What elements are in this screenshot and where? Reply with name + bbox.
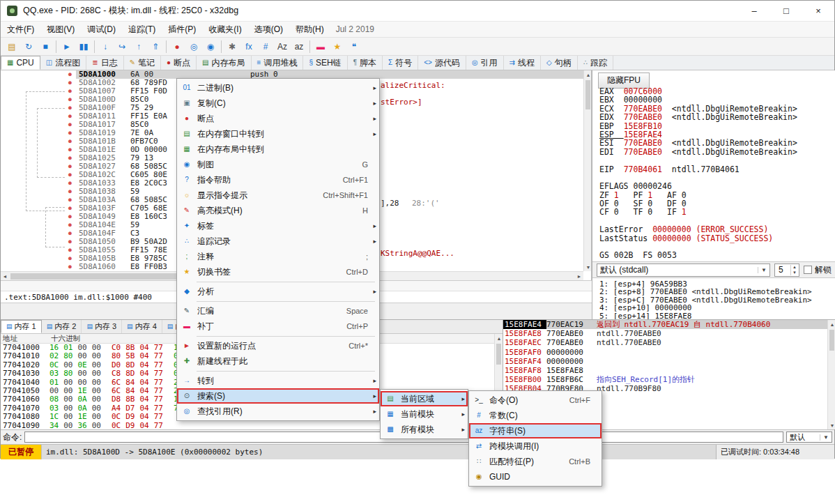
tab-call-stack[interactable]: ≡调用堆栈: [252, 56, 304, 70]
stack-row[interactable]: 15E8FAE4770EAC19返回到 ntdll.770EAC19 自 ntd…: [503, 320, 835, 329]
scroll-up-icon[interactable]: ▲: [495, 334, 503, 342]
trace-into-button[interactable]: ◎: [185, 39, 202, 54]
context-menu-item[interactable]: ★切换书签Ctrl+D: [177, 264, 379, 280]
uppercase-button[interactable]: Az: [274, 39, 291, 54]
patch-button[interactable]: ▬: [312, 39, 329, 54]
context-menu-item[interactable]: ▣复制(C)▸: [177, 96, 379, 111]
region-submenu-item[interactable]: >_命令(O)Ctrl+F: [469, 392, 602, 408]
region-submenu-item[interactable]: ∷匹配特征(P)Ctrl+B: [469, 454, 602, 469]
checkbox-icon[interactable]: [804, 266, 812, 274]
fx-button[interactable]: fx: [240, 39, 257, 54]
stack-row[interactable]: 15E8FAF000000000: [503, 348, 835, 357]
menubar-item[interactable]: 插件(P): [162, 22, 202, 38]
open-file-button[interactable]: ▤: [3, 39, 20, 54]
context-menu-item[interactable]: ▦在内存布局中转到: [177, 142, 379, 157]
context-menu-item[interactable]: ∴追踪记录▸: [177, 234, 379, 249]
menubar-item[interactable]: 视图(V): [40, 22, 81, 38]
dump-tab-memory-2[interactable]: ▤内存 2: [42, 320, 82, 333]
stack-row[interactable]: 15E8FAF815E8FAE8: [503, 366, 835, 375]
menubar-item[interactable]: 收藏夹(I): [202, 22, 247, 38]
tab-threads[interactable]: ⇉线程: [504, 56, 541, 70]
context-menu-item[interactable]: ;注释;: [177, 249, 379, 264]
context-menu-item[interactable]: ✚新建线程于此: [177, 353, 379, 369]
context-menu-item[interactable]: ✎高亮模式(H)H: [177, 203, 379, 218]
tab-memory-map[interactable]: ▤内存布局: [197, 56, 251, 70]
tab-script[interactable]: ¶脚本: [348, 56, 383, 70]
menubar-item[interactable]: 帮助(H): [289, 22, 330, 38]
register-line[interactable]: GS 002B FS 0053: [599, 251, 834, 259]
step-out-button[interactable]: ↑: [130, 39, 147, 54]
tab-breakpoints[interactable]: ●断点: [161, 56, 197, 70]
tab-handles[interactable]: ◇句柄: [541, 56, 578, 70]
context-menu-item[interactable]: ►设置新的运行点Ctrl+*: [177, 338, 379, 353]
context-menu-item[interactable]: ✦标签▸: [177, 218, 379, 234]
breakpoint-button[interactable]: ●: [169, 39, 185, 54]
stepper-arrows-icon[interactable]: ▲▼: [790, 265, 798, 275]
context-menu-item[interactable]: ●断点▸: [177, 111, 379, 126]
context-menu-item[interactable]: ⊙搜索(S)▸: [177, 388, 379, 404]
region-submenu-item[interactable]: #常数(C): [469, 408, 602, 423]
context-menu-item[interactable]: ◎查找引用(R)▸: [177, 404, 379, 419]
minimize-button[interactable]: –: [738, 1, 770, 21]
dump-tab-memory-4[interactable]: ▤内存 4: [122, 320, 162, 333]
argument-count-stepper[interactable]: 5 ▲▼: [774, 264, 799, 277]
tab-graph[interactable]: ◫流程图: [40, 56, 86, 70]
trace-over-button[interactable]: ◉: [202, 39, 219, 54]
tab-trace[interactable]: ∴跟踪: [578, 56, 613, 70]
command-profile-select[interactable]: 默认 ▼: [786, 432, 832, 443]
maximize-button[interactable]: □: [770, 1, 802, 21]
search-submenu-item[interactable]: ▤当前区域▸: [381, 391, 468, 406]
context-menu-item[interactable]: ?指令帮助Ctrl+F1: [177, 172, 379, 188]
stop-button[interactable]: ■: [37, 39, 54, 54]
register-line[interactable]: CF 0 TF 0 IF 1: [599, 208, 834, 216]
register-line[interactable]: LastStatus 00000000 (STATUS_SUCCESS): [599, 234, 834, 243]
menubar-item[interactable]: 选项(O): [248, 22, 289, 38]
registers-pane[interactable]: 隐藏FPU EAX 007C6000EBX 00000000ECX 770EAB…: [592, 70, 835, 319]
lowercase-button[interactable]: az: [291, 39, 307, 54]
hash-button[interactable]: #: [257, 39, 274, 54]
scrollbar-thumb[interactable]: [10, 273, 192, 280]
run-button[interactable]: ►: [59, 39, 75, 54]
scroll-up-icon[interactable]: ▲: [584, 70, 592, 79]
context-menu-item[interactable]: ✎汇编Space: [177, 303, 379, 319]
context-menu-item[interactable]: ☼显示指令提示Ctrl+Shift+F1: [177, 188, 379, 203]
tab-source[interactable]: <>源代码: [418, 56, 466, 70]
run-to-return-button[interactable]: ⇑: [147, 39, 164, 54]
scroll-down-icon[interactable]: ▼: [828, 421, 835, 429]
scrollbar-thumb[interactable]: [829, 330, 834, 351]
argument-row[interactable]: 4: [esp+10] 00000000: [599, 304, 834, 312]
context-menu-item[interactable]: ◉制图G: [177, 157, 379, 172]
region-submenu-item[interactable]: ⇄跨模块调用(I): [469, 438, 602, 454]
scrollbar-thumb[interactable]: [585, 80, 590, 109]
step-into-button[interactable]: ↓: [97, 39, 114, 54]
tab-references[interactable]: ◎引用: [466, 56, 504, 70]
dump-tab-memory-1[interactable]: ▤内存 1: [1, 320, 42, 333]
unlock-checkbox[interactable]: 解锁: [804, 264, 832, 276]
restart-button[interactable]: ↻: [20, 39, 37, 54]
scroll-up-icon[interactable]: ▲: [828, 320, 835, 328]
register-line[interactable]: EIP 770B4061 ntdll.770B4061: [599, 165, 834, 174]
search-submenu-item[interactable]: ▦当前模块▸: [381, 406, 468, 422]
scroll-down-icon[interactable]: ▼: [584, 263, 592, 271]
region-submenu-item[interactable]: ◉GUID: [469, 469, 602, 484]
context-menu-item[interactable]: ◆分析▸: [177, 284, 379, 299]
stack-row[interactable]: 15E8FB0015E8FB6C指向SEH_Record[1]的指针: [503, 375, 835, 384]
scrollbar-thumb[interactable]: [496, 344, 501, 365]
tab-seh[interactable]: §SEH链: [303, 56, 347, 70]
menubar-item[interactable]: 追踪(T): [122, 22, 162, 38]
chat-button[interactable]: ❝: [346, 39, 362, 54]
scroll-right-icon[interactable]: ►: [575, 272, 583, 280]
tab-log[interactable]: ≣日志: [86, 56, 123, 70]
stack-vertical-scrollbar[interactable]: ▲ ▼: [827, 320, 835, 429]
stack-row[interactable]: 15E8FAE8770EABE0ntdll.770EABE0: [503, 329, 835, 338]
context-menu-item[interactable]: ▤在内存窗口中转到▸: [177, 126, 379, 142]
tab-symbols[interactable]: Σ符号: [383, 56, 418, 70]
register-line[interactable]: EDI 770EABE0 <ntdll.DbgUiRemoteBreakin>: [599, 148, 834, 156]
scroll-left-icon[interactable]: ◄: [1, 272, 9, 280]
menubar-item[interactable]: 文件(F): [1, 22, 40, 38]
search-submenu-item[interactable]: ▩所有模块▸: [381, 422, 468, 437]
settings-gear-button[interactable]: ✱: [224, 39, 240, 54]
tab-cpu[interactable]: ▦CPU: [1, 56, 40, 70]
context-menu-item[interactable]: →转到▸: [177, 373, 379, 388]
menubar-item[interactable]: 调试(D): [81, 22, 122, 38]
